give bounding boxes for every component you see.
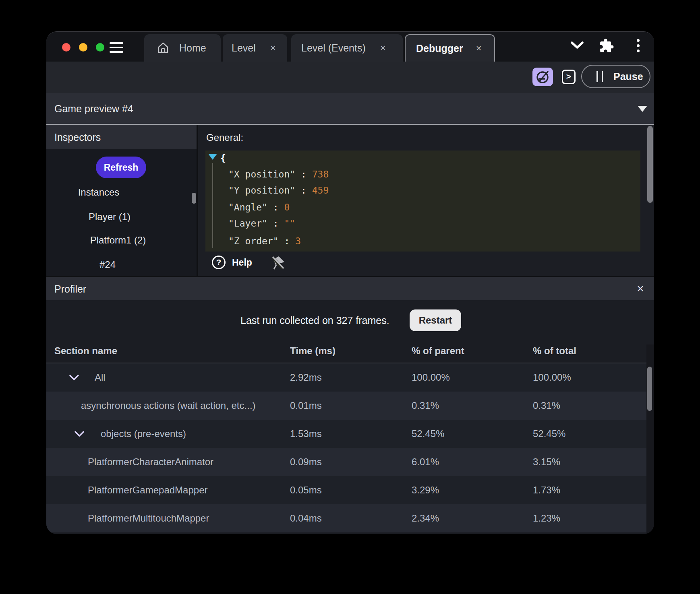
col-section-name: Section name xyxy=(54,345,117,357)
row-name: PlatformerMultitouchMapper xyxy=(88,513,209,524)
tab-level[interactable]: Level × xyxy=(223,34,287,62)
json-line: "X position" : 738 xyxy=(228,169,329,179)
row-name: All xyxy=(95,372,106,383)
chevron-down-icon[interactable] xyxy=(570,40,584,50)
tab-label: Level xyxy=(232,42,256,54)
row-total: 52.45% xyxy=(533,428,565,439)
row-parent: 2.34% xyxy=(412,513,439,524)
unpin-icon[interactable] xyxy=(270,254,286,271)
question-glyph: ? xyxy=(216,258,222,267)
profiler-status-row: Last run collected on 327 frames. Restar… xyxy=(46,300,654,344)
tab-debugger[interactable]: Debugger × xyxy=(405,34,495,62)
extensions-puzzle-icon[interactable] xyxy=(599,38,614,54)
pause-button[interactable]: Pause xyxy=(581,65,650,88)
row-total: 1.73% xyxy=(533,485,560,496)
json-line: "Y position" : 459 xyxy=(228,185,329,196)
console-icon: > xyxy=(566,72,571,81)
chevron-down-icon[interactable] xyxy=(74,431,85,437)
profiler-table-header: Section name Time (ms) % of parent % of … xyxy=(46,344,646,363)
chevron-down-icon[interactable] xyxy=(69,374,79,381)
more-options-icon[interactable] xyxy=(637,39,640,54)
general-scrollbar[interactable] xyxy=(647,126,653,203)
tab-label: Home xyxy=(179,42,206,54)
inspectors-header: Inspectors xyxy=(46,125,197,149)
inspectors-title: Inspectors xyxy=(54,131,101,143)
profiler-scrollbar[interactable] xyxy=(647,367,652,411)
help-icon[interactable]: ? xyxy=(212,256,226,269)
caret-down-icon[interactable] xyxy=(638,106,647,112)
maximize-traffic-light[interactable] xyxy=(96,43,104,52)
game-preview-title: Game preview #4 xyxy=(54,103,133,114)
game-preview-header[interactable]: Game preview #4 xyxy=(46,93,654,124)
row-time: 0.05ms xyxy=(290,485,322,496)
tab-level-events[interactable]: Level (Events) × xyxy=(291,34,403,62)
col-time: Time (ms) xyxy=(290,345,336,357)
profiler-row-objects[interactable]: objects (pre-events) 1.53ms 52.45% 52.45… xyxy=(46,420,646,448)
row-time: 0.09ms xyxy=(290,456,322,468)
row-total: 3.15% xyxy=(533,456,560,468)
profiler-status-text: Last run collected on 327 frames. xyxy=(240,315,389,326)
row-name: objects (pre-events) xyxy=(101,428,186,439)
row-name: PlatformerGamepadMapper xyxy=(88,485,207,496)
row-name: asynchronous actions (wait action, etc..… xyxy=(81,400,256,411)
row-time: 0.04ms xyxy=(290,513,322,524)
row-total: 100.00% xyxy=(533,372,571,383)
row-time: 0.01ms xyxy=(290,400,322,411)
refresh-button[interactable]: Refresh xyxy=(96,157,146,178)
close-tab-icon[interactable]: × xyxy=(380,42,386,54)
restart-button[interactable]: Restart xyxy=(410,309,461,331)
gauge-icon xyxy=(535,69,551,85)
profiler-title: Profiler xyxy=(54,283,86,295)
console-button[interactable]: > xyxy=(562,70,576,84)
menu-icon[interactable] xyxy=(110,42,123,53)
general-panel: General: { "X position" : 738 "Y positio… xyxy=(198,125,654,276)
open-brace: { xyxy=(220,153,226,163)
close-traffic-light[interactable] xyxy=(62,43,70,52)
profiler-row-gamepad-mapper[interactable]: PlatformerGamepadMapper 0.05ms 3.29% 1.7… xyxy=(46,476,646,504)
json-line: "Z order" : 3 xyxy=(228,236,301,246)
row-name: PlatformerCharacterAnimator xyxy=(88,456,213,468)
profiler-row-character-animator[interactable]: PlatformerCharacterAnimator 0.09ms 6.01%… xyxy=(46,448,646,476)
inspectors-panel: Inspectors Refresh Instances Player (1) … xyxy=(46,125,197,276)
row-time: 2.92ms xyxy=(290,372,322,383)
inspectors-scrollbar[interactable] xyxy=(192,193,196,204)
tree-item-24[interactable]: #24 xyxy=(99,259,116,270)
app-window: Home Level × Level (Events) × Debugger × xyxy=(46,31,654,534)
help-label[interactable]: Help xyxy=(232,257,252,268)
json-line: "Angle" : 0 xyxy=(228,202,290,212)
titlebar: Home Level × Level (Events) × Debugger × xyxy=(46,32,654,62)
debugger-panels: Inspectors Refresh Instances Player (1) … xyxy=(46,125,654,276)
properties-json-view: { "X position" : 738 "Y position" : 459 … xyxy=(205,151,640,252)
collapse-triangle-icon[interactable] xyxy=(208,154,217,160)
row-parent: 52.45% xyxy=(412,428,444,439)
profiler-header: Profiler × xyxy=(46,277,654,300)
tree-item-platform1[interactable]: Platform1 (2) xyxy=(90,235,146,246)
tree-item-instances[interactable]: Instances xyxy=(78,187,120,198)
profiler-row-multitouch-mapper[interactable]: PlatformerMultitouchMapper 0.04ms 2.34% … xyxy=(46,504,646,532)
tree-item-player[interactable]: Player (1) xyxy=(89,211,130,223)
debugger-toolbar: > Pause xyxy=(46,62,654,93)
close-tab-icon[interactable]: × xyxy=(270,42,276,54)
pause-label: Pause xyxy=(613,71,643,82)
row-parent: 6.01% xyxy=(412,456,439,468)
row-parent: 100.00% xyxy=(412,372,450,383)
profiler-row-all[interactable]: All 2.92ms 100.00% 100.00% xyxy=(46,363,646,392)
close-tab-icon[interactable]: × xyxy=(476,43,482,54)
row-total: 0.31% xyxy=(533,400,560,411)
profiler-content: Last run collected on 327 frames. Restar… xyxy=(46,300,654,534)
row-parent: 3.29% xyxy=(412,485,439,496)
refresh-label: Refresh xyxy=(104,162,139,173)
profiler-gauge-button[interactable] xyxy=(532,68,553,86)
home-icon xyxy=(157,42,169,54)
restart-label: Restart xyxy=(419,315,452,326)
profiler-row-async[interactable]: asynchronous actions (wait action, etc..… xyxy=(46,392,646,420)
tab-home[interactable]: Home xyxy=(144,34,221,62)
close-profiler-icon[interactable]: × xyxy=(634,283,646,295)
pause-icon xyxy=(596,71,603,82)
row-total: 1.23% xyxy=(533,513,560,524)
minimize-traffic-light[interactable] xyxy=(79,43,87,52)
tab-label: Level (Events) xyxy=(301,42,366,54)
tab-label: Debugger xyxy=(416,43,463,54)
help-row: ? Help xyxy=(212,254,286,270)
general-title: General: xyxy=(206,132,243,143)
